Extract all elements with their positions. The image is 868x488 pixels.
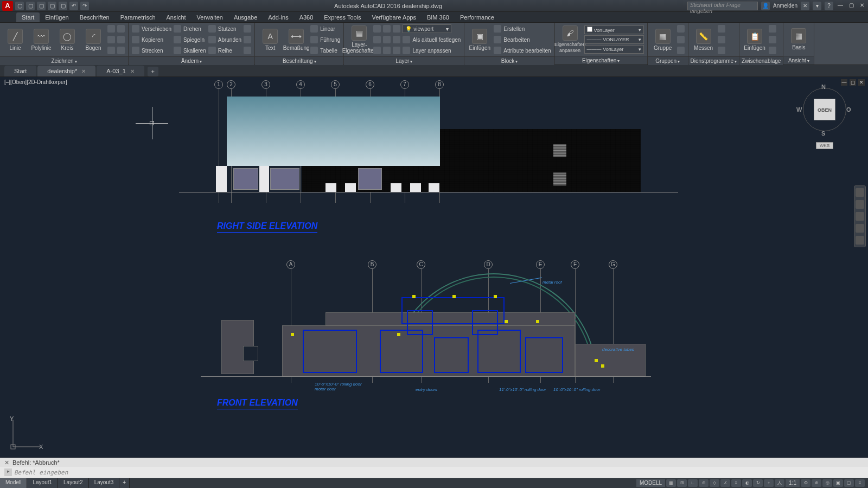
skalieren-button[interactable]: Skalieren [174,46,206,55]
quickcalc-icon[interactable] [718,36,725,43]
matchprop-button[interactable]: 🖌Eigenschaftenanpassen [558,25,582,54]
layulk-icon[interactable] [393,47,400,54]
fuehrung-button[interactable]: Führung [310,35,340,44]
bemassung-button[interactable]: ⟷Bemaßung [284,29,308,51]
vp-close-icon[interactable]: ✕ [858,79,865,86]
viewcube-west[interactable]: W [796,106,802,113]
workspace-icon[interactable]: ⊕ [812,479,821,487]
aktuell-button[interactable]: Als aktuell festlegen [412,37,461,43]
qat-open-icon[interactable]: ▢ [26,2,35,10]
close-icon[interactable]: ✕ [81,68,86,74]
groupedit-icon[interactable] [677,36,685,43]
tabelle-button[interactable]: Tabelle [310,46,340,55]
cmd-close-icon[interactable]: ✕ [4,459,9,466]
status-scale[interactable]: 1:1 [786,479,800,487]
qat-redo-icon[interactable]: ↷ [80,2,89,10]
lwt-icon[interactable]: ≡ [731,479,741,487]
bogen-button[interactable]: ◜Bogen [81,29,105,51]
point-icon[interactable] [107,47,115,54]
qat-new-icon[interactable]: ▢ [15,2,24,10]
tab-modell[interactable]: Modell [0,478,27,488]
abrunden-button[interactable]: Abrunden [208,35,241,44]
qat-save-icon[interactable]: ▢ [37,2,46,10]
id-icon[interactable] [718,47,725,54]
help-icon[interactable]: ? [825,2,833,10]
reihe-button[interactable]: Reihe [208,46,241,55]
linie-button[interactable]: ╱Linie [3,29,27,51]
signin-label[interactable]: Anmelden [773,3,797,9]
viewcube-north[interactable]: N [821,84,826,90]
panel-title-aendern[interactable]: Ändern▾ [129,56,254,65]
panel-title-eigenschaften[interactable]: Eigenschaften▾ [555,56,647,65]
minimize-icon[interactable]: — [837,2,844,10]
tab-ansicht[interactable]: Ansicht [161,12,192,22]
hardware-icon[interactable]: ▣ [833,479,843,487]
panel-title-dienst[interactable]: Dienstprogramme▾ [688,56,739,65]
tab-einfuegen[interactable]: Einfügen [40,12,74,22]
showmotion-icon[interactable] [856,236,864,245]
orbit-icon[interactable] [856,224,864,233]
tab-layout1[interactable]: Layout1 [27,478,58,488]
ellipse-icon[interactable] [107,36,115,43]
otrack-icon[interactable]: ∠ [720,479,730,487]
ungroup-icon[interactable] [677,25,685,33]
gruppe-button[interactable]: ▦Gruppe [651,29,675,51]
steering-wheel-icon[interactable] [856,188,864,197]
kreis-button[interactable]: ◯Kreis [55,29,79,51]
snap-icon[interactable]: ⊞ [677,479,687,487]
region-icon[interactable] [117,47,125,54]
cleanscreen-icon[interactable]: ▢ [844,479,854,487]
isolate-icon[interactable]: ◎ [822,479,832,487]
tab-apps[interactable]: Verfügbare Apps [367,12,422,22]
lineweight-dropdown[interactable]: ——— VonLayer▾ [584,45,644,54]
panel-title-gruppen[interactable]: Gruppen▾ [648,56,688,65]
grid-icon[interactable]: ▦ [666,479,676,487]
layon-icon[interactable] [373,47,381,54]
command-input[interactable]: ▸Befehl eingeben [0,467,868,478]
layer-dropdown[interactable]: 💡 viewport▾ [403,24,451,33]
infocenter-search[interactable]: Stichwort oder Frage eingeben [687,2,758,10]
tab-parametrisch[interactable]: Parametrisch [115,12,161,22]
copyclip-icon[interactable] [769,36,776,43]
messen-button[interactable]: 📏Messen [692,29,716,51]
layerprops-button[interactable]: ▤Layer-Eigenschaften [347,25,371,54]
layer-freeze-icon[interactable] [383,25,391,33]
tab-start[interactable]: Start [16,12,40,22]
paste-button[interactable]: 📋Einfügen [743,29,767,51]
cmd-arrow-icon[interactable]: ▸ [4,468,12,476]
select-icon[interactable] [718,25,725,33]
add-layout-button[interactable]: + [119,478,130,488]
stayconnected-icon[interactable]: ▾ [813,2,821,10]
close-icon[interactable]: ✕ [130,68,135,74]
linear-button[interactable]: Linear [310,24,340,34]
osnap-icon[interactable]: ◇ [710,479,719,487]
layer-lock-icon[interactable] [393,25,400,33]
tab-layout2[interactable]: Layout2 [58,478,89,488]
color-dropdown[interactable]: VonLayer▾ [584,25,644,34]
viewport-label[interactable]: [–][Oben][2D-Drahtkörper] [4,79,67,85]
laywalk-icon[interactable] [403,47,410,54]
tab-bim360[interactable]: BIM 360 [422,12,455,22]
verschieben-button[interactable]: Verschieben [132,24,171,34]
hatch-icon[interactable] [117,25,125,33]
polar-icon[interactable]: ⊕ [699,479,709,487]
close-icon[interactable]: ✕ [858,2,866,10]
pan-icon[interactable] [856,200,864,209]
layiso-icon[interactable] [393,36,400,43]
qat-undo-icon[interactable]: ↶ [69,2,78,10]
tab-beschriften[interactable]: Beschriften [74,12,115,22]
stutzen-button[interactable]: Stutzen [208,24,241,34]
panel-title-block[interactable]: Block▾ [464,56,554,65]
panel-title-zeichnen[interactable]: Zeichnen▾ [0,56,128,65]
viewcube-face[interactable]: OBEN [814,99,835,120]
text-button[interactable]: AText [258,29,282,51]
linetype-dropdown[interactable]: ——— VONLAYER▾ [584,35,644,44]
tab-addins[interactable]: Add-ins [263,12,293,22]
layer-off-icon[interactable] [373,25,381,33]
tab-a360[interactable]: A360 [294,12,319,22]
strecken-button[interactable]: Strecken [132,46,171,55]
layprev-icon[interactable] [403,36,410,43]
exchange-icon[interactable]: ✕ [801,2,809,10]
qat-saveas-icon[interactable]: ▢ [48,2,56,10]
block-erstellen-button[interactable]: Erstellen [494,24,551,34]
